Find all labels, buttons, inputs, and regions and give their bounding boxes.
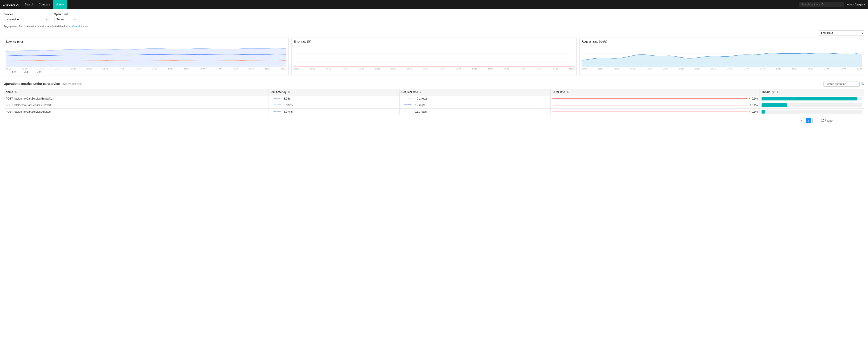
col-error-rate[interactable]: Error rate ⇅ xyxy=(551,89,760,95)
operations-table: Name ⇅ P95 Latency ⇅ Request rate ⇅ Erro… xyxy=(4,89,864,115)
error-rate-x-labels: 15:0615:1015:1315:1615:2015:2315:2615:30… xyxy=(294,68,574,70)
ops-search-group: 🔍 xyxy=(824,81,864,87)
cell-request-rate: 3.9 req/s xyxy=(400,102,551,108)
p95-sparkline xyxy=(271,97,282,100)
about-link[interactable]: About Jaeger ▾ xyxy=(847,3,865,6)
impact-info-icon[interactable]: i xyxy=(772,91,775,94)
error-rate-chart-title: Error rate (%) xyxy=(294,40,574,43)
span-kind-select-wrapper: Server Client Producer Consumer Internal… xyxy=(54,17,77,22)
col-impact[interactable]: Impact i ⇅ xyxy=(760,89,864,95)
request-rate-chart-area xyxy=(582,45,862,67)
legend-95th: 95th xyxy=(6,71,16,73)
main-content: Service cartservice ▾ Span Kind Server C… xyxy=(0,9,868,127)
sort-icon-name: ⇅ xyxy=(15,91,17,93)
table-row: POST /oteldemo.CartService/GetCart 6.18m… xyxy=(4,102,864,108)
navbar: JAEGER UI Search Compare Monitor About J… xyxy=(0,0,868,9)
service-select-wrapper: cartservice ▾ xyxy=(4,17,49,22)
legend-75th: 75th xyxy=(19,71,28,73)
sort-icon-p95: ⇅ xyxy=(288,91,290,93)
service-group: Service cartservice ▾ xyxy=(4,13,49,22)
sort-icon-rr: ⇅ xyxy=(420,91,421,93)
legend-50th-line xyxy=(31,72,36,73)
ops-title: Operations metrics under cartservice xyxy=(4,82,60,86)
cell-error-rate: < 0.1% xyxy=(551,108,760,115)
latency-chart-area xyxy=(6,45,286,67)
error-line xyxy=(553,105,747,106)
ops-search-icon: 🔍 xyxy=(861,82,864,86)
brand-label: JAEGER UI xyxy=(3,3,19,6)
table-header: Name ⇅ P95 Latency ⇅ Request rate ⇅ Erro… xyxy=(4,89,864,95)
impact-bar-wrapper xyxy=(762,104,862,107)
next-page-button[interactable]: › xyxy=(812,118,818,123)
page-1-button[interactable]: 1 xyxy=(806,118,811,123)
nav-search[interactable]: Search xyxy=(22,0,36,9)
span-kind-group: Span Kind Server Client Producer Consume… xyxy=(54,13,77,22)
sort-icon-er: ⇅ xyxy=(567,91,568,93)
time-range-select-wrapper: Last Hour Last 6 Hours Last 24 Hours Las… xyxy=(819,30,864,36)
top-controls: Service cartservice ▾ Span Kind Server C… xyxy=(4,13,864,22)
legend-75th-line xyxy=(19,72,23,73)
impact-bar xyxy=(762,104,786,107)
col-p95[interactable]: P95 Latency ⇅ xyxy=(269,89,400,95)
p95-sparkline xyxy=(271,110,282,113)
cell-p95: 3.98s xyxy=(269,95,400,102)
cell-impact xyxy=(760,108,864,115)
cell-impact xyxy=(760,95,864,102)
cell-p95: 5.97ms xyxy=(269,108,400,115)
charts-row: Latency (ms) xyxy=(4,37,864,76)
error-line xyxy=(553,112,747,112)
span-kind-label: Span Kind xyxy=(54,13,77,16)
impact-bar xyxy=(762,110,765,114)
cell-name: POST /oteldemo.CartService/EmptyCart xyxy=(4,95,269,102)
per-page-wrapper: 10 / page 20 / page 50 / page xyxy=(819,118,864,123)
time-range-wrapper: Last Hour Last 6 Hours Last 24 Hours Las… xyxy=(4,30,864,36)
legend-50th: 50th xyxy=(31,71,41,73)
latency-x-labels: 15:0615:1015:1315:1615:2015:2315:2615:30… xyxy=(6,68,286,70)
request-rate-x-labels: 15:0615:1015:1315:1615:2015:2315:2615:30… xyxy=(582,68,862,70)
cell-impact xyxy=(760,102,864,108)
cell-request-rate: 0.11 req/s xyxy=(400,108,551,115)
request-rate-svg xyxy=(582,45,862,67)
sort-icon-impact: ⇅ xyxy=(777,91,778,93)
ops-title-group: Operations metrics under cartservice Ove… xyxy=(4,82,82,86)
col-name[interactable]: Name ⇅ xyxy=(4,89,269,95)
prev-page-button[interactable]: ‹ xyxy=(799,118,804,123)
rr-sparkline xyxy=(401,110,413,113)
latency-chart-panel: Latency (ms) xyxy=(4,37,289,76)
error-line xyxy=(553,98,747,99)
request-rate-chart-panel: Request rate (req/s) 15:0615:1015:1315:1… xyxy=(579,37,864,76)
impact-bar-wrapper xyxy=(762,97,862,101)
cell-p95: 6.18ms xyxy=(269,102,400,108)
trace-search-input[interactable] xyxy=(799,2,844,7)
latency-chart-title: Latency (ms) xyxy=(6,40,286,43)
table-row: POST /oteldemo.CartService/AddItem 5.97m… xyxy=(4,108,864,115)
ops-header: Operations metrics under cartservice Ove… xyxy=(4,81,864,87)
impact-bar-wrapper xyxy=(762,110,862,114)
service-select[interactable]: cartservice xyxy=(4,17,49,22)
rr-sparkline xyxy=(401,97,413,100)
table-body: POST /oteldemo.CartService/EmptyCart 3.9… xyxy=(4,95,864,115)
pagination-row: ‹ 1 › 10 / page 20 / page 50 / page xyxy=(4,118,864,123)
legend-95th-line xyxy=(6,72,11,73)
latency-svg xyxy=(6,45,286,67)
service-label: Service xyxy=(4,13,49,16)
error-rate-chart-panel: Error rate (%) 15:0615:1015:1315:1615:20… xyxy=(291,37,577,76)
ops-search-input[interactable] xyxy=(824,81,860,87)
cell-name: POST /oteldemo.CartService/AddItem xyxy=(4,108,269,115)
nav-compare[interactable]: Compare xyxy=(36,0,53,9)
col-request-rate[interactable]: Request rate ⇅ xyxy=(400,89,551,95)
latency-legend: 95th 75th 50th xyxy=(6,71,286,73)
error-rate-svg xyxy=(294,45,574,67)
ops-subtitle: Over the last hour xyxy=(62,83,82,85)
cell-request-rate: < 0.1 req/s xyxy=(400,95,551,102)
span-kind-select[interactable]: Server Client Producer Consumer Internal xyxy=(54,17,77,22)
aggregation-text: Aggregation of all "cartservice" metrics… xyxy=(4,25,72,28)
per-page-select[interactable]: 10 / page 20 / page 50 / page xyxy=(819,118,864,123)
table-row: POST /oteldemo.CartService/EmptyCart 3.9… xyxy=(4,95,864,102)
error-rate-chart-area xyxy=(294,45,574,67)
impact-bar xyxy=(762,97,857,101)
nav-monitor[interactable]: Monitor xyxy=(53,0,67,9)
p95-sparkline xyxy=(271,104,282,107)
view-all-traces-link[interactable]: View all traces xyxy=(72,25,88,28)
time-range-select[interactable]: Last Hour Last 6 Hours Last 24 Hours Las… xyxy=(819,30,864,36)
